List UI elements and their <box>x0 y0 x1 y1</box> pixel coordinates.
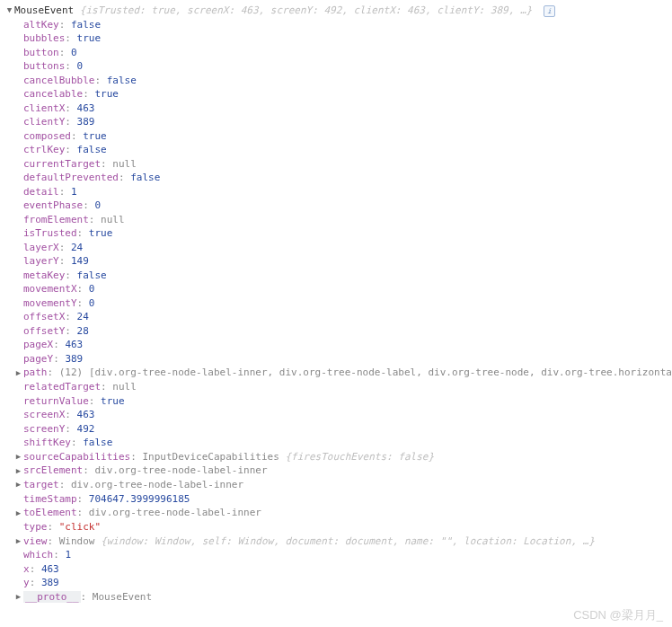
prop-shiftKey: shiftKey: false <box>5 436 672 450</box>
prop-value: false <box>83 437 112 448</box>
prop-movementX: movementX: 0 <box>5 282 672 296</box>
prop-key: which <box>23 549 53 561</box>
collapsed-arrow-icon[interactable]: ▶ <box>14 450 22 464</box>
prop-value: 463 <box>77 102 95 114</box>
prop-value: false <box>130 172 160 183</box>
prop-y: y: 389 <box>5 576 672 590</box>
prop-isTrusted: isTrusted: true <box>5 226 672 241</box>
prop-buttons: buttons: 0 <box>5 59 672 74</box>
prop-returnValue: returnValue: true <box>5 394 672 409</box>
prop-proto[interactable]: ▶__proto__: MouseEvent <box>5 590 672 605</box>
prop-value: false <box>77 144 107 155</box>
prop-target[interactable]: ▶target: div.org-tree-node-label-inner <box>5 478 672 492</box>
prop-offsetY: offsetY: 28 <box>5 324 672 339</box>
prop-key: pageY <box>23 353 53 365</box>
prop-key: clientX <box>23 102 65 114</box>
prop-currentTarget: currentTarget: null <box>5 157 672 172</box>
prop-key: fromElement <box>23 214 89 225</box>
prop-key: currentTarget <box>23 158 101 170</box>
prop-composed: composed: true <box>5 129 672 144</box>
prop-value: false <box>71 19 101 31</box>
prop-value: true <box>94 88 119 100</box>
prop-key: clientY <box>23 116 65 128</box>
prop-value: true <box>89 227 113 239</box>
prop-key: relatedTarget <box>23 381 101 393</box>
prop-key: detail <box>23 186 59 198</box>
prop-value: 28 <box>77 325 89 337</box>
prop-toElement[interactable]: ▶toElement: div.org-tree-node-label-inne… <box>5 506 672 520</box>
collapsed-arrow-icon[interactable]: ▶ <box>14 507 22 521</box>
collapsed-arrow-icon[interactable]: ▶ <box>14 478 22 492</box>
prop-cancelBubble: cancelBubble: false <box>5 74 672 88</box>
prop-path[interactable]: ▶path: (12) [div.org-tree-node-label-inn… <box>5 366 672 380</box>
prop-value: null <box>112 381 137 393</box>
prop-key: x <box>23 563 30 575</box>
prop-value: 0 <box>89 297 95 309</box>
prop-sourceCapabilities[interactable]: ▶sourceCapabilities: InputDeviceCapabili… <box>5 450 672 464</box>
prop-cancelable: cancelable: true <box>5 87 672 102</box>
prop-value: 1 <box>65 549 71 561</box>
prop-value: false <box>77 269 107 281</box>
prop-key: movementX <box>23 283 77 295</box>
prop-key: altKey <box>23 19 59 31</box>
prop-key: composed <box>23 130 71 142</box>
prop-value: 24 <box>71 242 83 253</box>
prop-value: 1 <box>71 186 77 198</box>
prop-key: eventPhase <box>23 199 83 211</box>
object-preview: {isTrusted: true, screenX: 463, screenY:… <box>80 4 532 16</box>
prop-clientX: clientX: 463 <box>5 102 672 116</box>
prop-key: button <box>23 47 59 58</box>
prop-key: cancelBubble <box>23 75 94 86</box>
prop-value: 492 <box>77 423 95 435</box>
prop-key: screenX <box>23 409 65 420</box>
prop-value: 389 <box>65 353 83 365</box>
prop-clientY: clientY: 389 <box>5 115 672 129</box>
prop-relatedTarget: relatedTarget: null <box>5 380 672 394</box>
prop-key: y <box>23 577 30 588</box>
prop-value: 463 <box>65 339 83 350</box>
prop-value: false <box>107 75 137 86</box>
prop-value: 463 <box>77 409 95 420</box>
prop-which: which: 1 <box>5 548 672 562</box>
prop-value: null <box>101 214 125 225</box>
prop-x: x: 463 <box>5 562 672 577</box>
collapsed-arrow-icon[interactable]: ▶ <box>14 590 22 605</box>
prop-value: 0 <box>71 47 77 58</box>
prop-key: movementY <box>23 297 77 309</box>
prop-button: button: 0 <box>5 46 672 60</box>
prop-key: shiftKey <box>23 437 71 448</box>
prop-value: true <box>101 395 125 407</box>
collapsed-arrow-icon[interactable]: ▶ <box>14 366 22 381</box>
prop-key: bubbles <box>23 32 65 44</box>
collapsed-arrow-icon[interactable]: ▶ <box>14 464 22 479</box>
prop-key: layerY <box>23 255 59 267</box>
prop-value: true <box>77 32 102 44</box>
prop-key: cancelable <box>23 88 83 100</box>
prop-value: 0 <box>94 199 101 211</box>
info-icon[interactable]: i <box>544 5 555 17</box>
class-name: MouseEvent <box>14 4 74 16</box>
prop-view[interactable]: ▶view: Window {window: Window, self: Win… <box>5 534 672 549</box>
prop-value: 149 <box>71 255 89 267</box>
collapsed-arrow-icon[interactable]: ▶ <box>14 534 22 549</box>
prop-key: screenY <box>23 423 65 435</box>
prop-value: 0 <box>89 283 95 295</box>
prop-fromElement: fromElement: null <box>5 213 672 227</box>
prop-screenY: screenY: 492 <box>5 422 672 437</box>
prop-pageY: pageY: 389 <box>5 352 672 366</box>
prop-eventPhase: eventPhase: 0 <box>5 199 672 213</box>
prop-value: 389 <box>41 577 59 588</box>
prop-detail: detail: 1 <box>5 185 672 199</box>
prop-metaKey: metaKey: false <box>5 269 672 283</box>
expand-arrow-icon[interactable]: ▼ <box>5 4 13 18</box>
prop-value: 463 <box>41 563 59 575</box>
prop-movementY: movementY: 0 <box>5 296 672 311</box>
prop-value: 389 <box>77 116 95 128</box>
prop-bubbles: bubbles: true <box>5 31 672 46</box>
prop-key: offsetX <box>23 311 65 322</box>
prop-offsetX: offsetX: 24 <box>5 310 672 324</box>
prop-key: pageX <box>23 339 53 350</box>
prop-srcElement[interactable]: ▶srcElement: div.org-tree-node-label-inn… <box>5 464 672 478</box>
prop-defaultPrevented: defaultPrevented: false <box>5 171 672 185</box>
object-header[interactable]: ▼MouseEvent {isTrusted: true, screenX: 4… <box>5 4 672 18</box>
